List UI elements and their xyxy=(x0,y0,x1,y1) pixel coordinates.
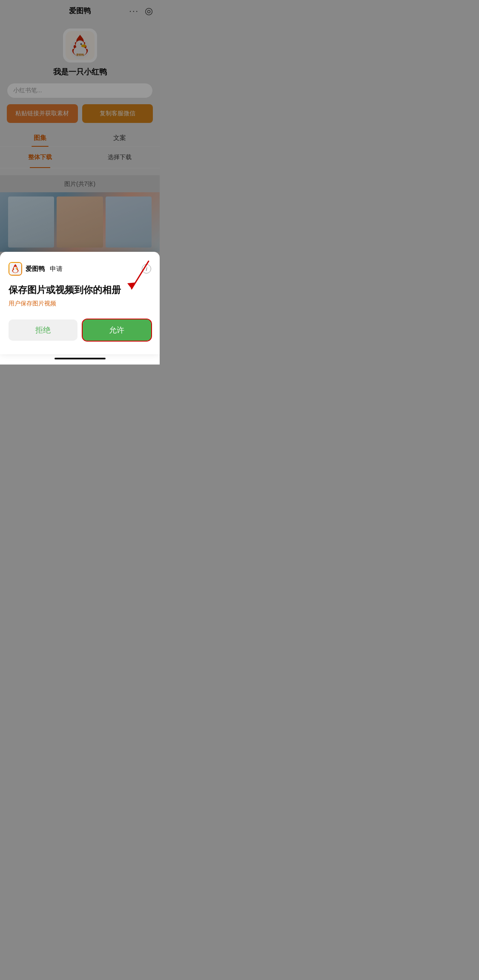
copy-button[interactable]: 复制客服微信 xyxy=(82,104,153,123)
app-header: 爱图鸭 ··· ◎ xyxy=(0,0,160,20)
search-placeholder: 小红书笔... xyxy=(13,87,42,94)
image-preview xyxy=(0,192,160,252)
allow-button-wrapper: 允许 xyxy=(83,319,152,341)
permission-dialog: 爱图鸭 申请 i 保存图片或视频到你的相册 用户保存图片视频 拒绝 允许 xyxy=(0,252,160,354)
info-icon[interactable]: i xyxy=(142,264,151,273)
profile-name: 我是一只小红鸭 xyxy=(53,67,107,77)
dialog-header: 爱图鸭 申请 i xyxy=(9,262,151,276)
deny-button[interactable]: 拒绝 xyxy=(9,319,77,341)
header-actions: ··· ◎ xyxy=(129,6,153,17)
svg-text:爱图鸭: 爱图鸭 xyxy=(76,53,84,56)
dialog-app-info: 爱图鸭 申请 xyxy=(9,262,63,276)
svg-point-12 xyxy=(16,268,17,269)
svg-point-5 xyxy=(80,43,81,45)
search-bar[interactable]: 小红书笔... xyxy=(7,83,153,98)
action-buttons: 粘贴链接并获取素材 复制客服微信 xyxy=(7,104,153,123)
home-indicator-bar xyxy=(0,354,160,365)
dialog-title: 保存图片或视频到你的相册 xyxy=(9,284,151,296)
paste-button[interactable]: 粘贴链接并获取素材 xyxy=(7,104,78,123)
avatar: 爱图鸭 xyxy=(63,28,97,63)
more-icon[interactable]: ··· xyxy=(129,6,139,16)
dialog-actions: 拒绝 允许 xyxy=(9,319,151,341)
svg-point-4 xyxy=(81,44,86,47)
image-grid xyxy=(8,197,152,248)
sub-tabs: 整体下载 选择下载 xyxy=(0,147,160,168)
profile-section: 爱图鸭 我是一只小红鸭 小红书笔... 粘贴链接并获取素材 复制客服微信 图集 xyxy=(0,20,160,175)
sub-tab-select[interactable]: 选择下载 xyxy=(80,150,160,165)
qr-icon[interactable]: ◎ xyxy=(145,6,153,17)
allow-button[interactable]: 允许 xyxy=(83,319,152,341)
app-title: 爱图鸭 xyxy=(69,6,91,16)
sub-tab-bulk[interactable]: 整体下载 xyxy=(0,150,80,165)
dialog-app-action: 申请 xyxy=(50,265,63,273)
dialog-app-icon xyxy=(9,262,22,276)
tab-gallery[interactable]: 图集 xyxy=(0,130,80,146)
image-card-1 xyxy=(8,197,54,248)
tab-text[interactable]: 文案 xyxy=(80,130,160,146)
image-card-2 xyxy=(57,197,103,248)
main-tabs: 图集 文案 xyxy=(0,130,160,147)
svg-point-13 xyxy=(15,268,16,268)
image-count: 图片(共7张) xyxy=(0,175,160,192)
dialog-description: 用户保存图片视频 xyxy=(9,300,151,308)
home-bar xyxy=(54,358,106,359)
image-card-3 xyxy=(106,197,152,248)
dialog-app-name: 爱图鸭 xyxy=(26,265,45,273)
